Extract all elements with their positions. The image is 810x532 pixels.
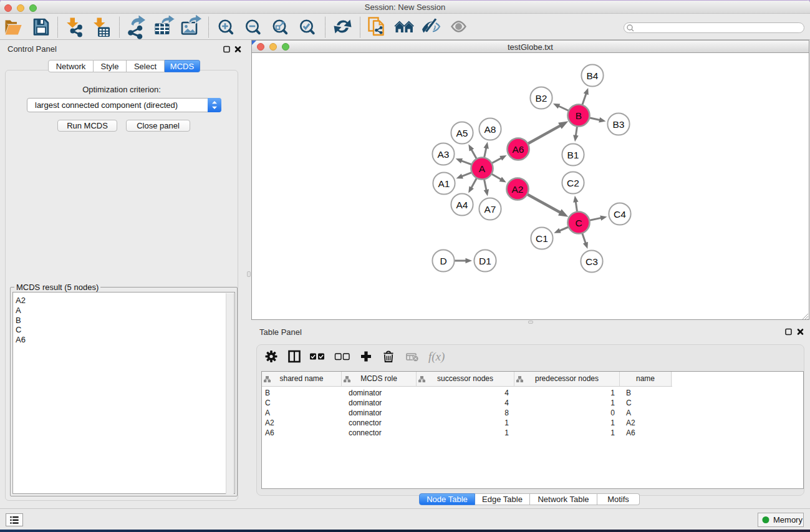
svg-text:B: B [576, 110, 582, 121]
svg-text:f(x): f(x) [428, 350, 445, 364]
svg-text:A4: A4 [456, 200, 468, 210]
svg-text:A7: A7 [485, 204, 496, 215]
svg-text:C4: C4 [614, 209, 626, 220]
svg-text:B3: B3 [613, 119, 625, 130]
svg-text:A3: A3 [438, 149, 450, 160]
svg-text:D1: D1 [479, 256, 491, 266]
svg-text:Memory: Memory [773, 515, 803, 525]
svg-text:B1: B1 [567, 150, 579, 160]
svg-text:A8: A8 [485, 124, 496, 135]
svg-text:C3: C3 [586, 256, 598, 267]
svg-text:A1: A1 [438, 178, 450, 189]
svg-text:C2: C2 [567, 178, 579, 188]
svg-text:A2: A2 [512, 184, 524, 195]
svg-text:C1: C1 [536, 233, 548, 244]
svg-text:D: D [440, 256, 446, 266]
svg-text:A6: A6 [513, 144, 524, 155]
svg-text:B2: B2 [536, 93, 547, 104]
svg-text:A5: A5 [456, 128, 468, 138]
svg-text:B4: B4 [587, 70, 599, 81]
svg-text:A: A [479, 163, 486, 174]
svg-text:C: C [575, 218, 582, 228]
